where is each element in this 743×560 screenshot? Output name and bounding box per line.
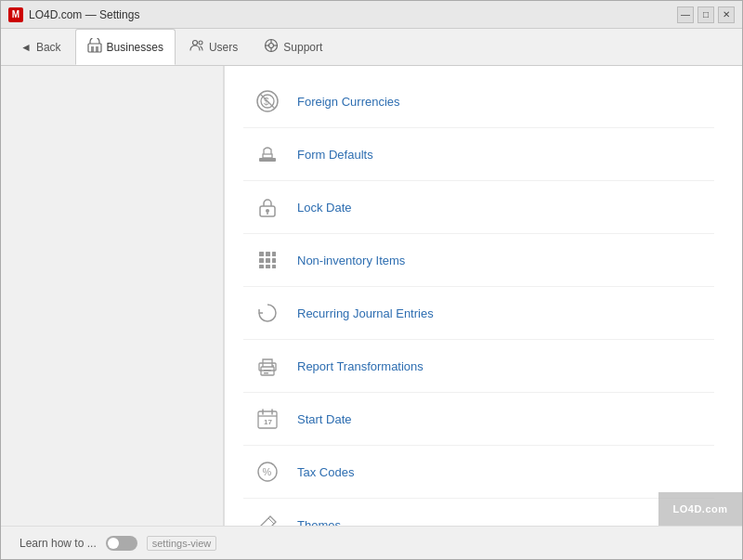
learn-label: Learn how to ... <box>20 537 97 550</box>
main-content: $ Foreign Currencies <box>1 66 742 526</box>
percent-icon: % <box>253 457 282 487</box>
form-defaults-label[interactable]: Form Defaults <box>297 148 373 162</box>
svg-rect-1 <box>91 46 94 52</box>
svg-rect-21 <box>272 252 276 256</box>
svg-point-32 <box>272 365 274 367</box>
lock-date-label[interactable]: Lock Date <box>297 201 352 215</box>
lock-icon <box>253 192 282 222</box>
support-icon <box>264 38 279 56</box>
settings-list: $ Foreign Currencies <box>225 66 742 526</box>
svg-text:%: % <box>263 466 272 477</box>
svg-rect-23 <box>266 258 270 263</box>
svg-point-17 <box>266 209 269 213</box>
brush-icon <box>253 510 282 526</box>
currency-icon: $ <box>253 86 282 116</box>
sidebar <box>1 66 224 526</box>
maximize-button[interactable]: □ <box>697 7 714 23</box>
settings-panel: $ Foreign Currencies <box>224 66 742 526</box>
tab-support[interactable]: Support <box>252 29 334 65</box>
back-button[interactable]: ◄ Back <box>8 29 73 65</box>
settings-item-tax-codes[interactable]: % Tax Codes <box>243 446 714 499</box>
settings-item-report-transformations[interactable]: Report Transformations <box>243 340 714 393</box>
tab-users[interactable]: Users <box>177 29 250 65</box>
settings-item-non-inventory[interactable]: Non-inventory Items <box>243 234 714 287</box>
businesses-tab-label: Businesses <box>107 41 163 54</box>
title-bar-left: M LO4D.com — Settings <box>8 7 139 22</box>
window-controls: — □ ✕ <box>677 7 735 23</box>
users-icon <box>189 38 204 56</box>
start-date-label[interactable]: Start Date <box>297 412 352 426</box>
minimize-button[interactable]: — <box>677 7 694 23</box>
support-tab-label: Support <box>283 41 322 54</box>
svg-rect-20 <box>266 252 270 256</box>
tab-businesses[interactable]: Businesses <box>75 29 176 65</box>
close-button[interactable]: ✕ <box>718 7 735 23</box>
settings-item-themes[interactable]: Themes <box>243 499 714 526</box>
svg-rect-26 <box>266 265 270 268</box>
svg-rect-15 <box>263 154 272 158</box>
businesses-icon <box>87 38 102 56</box>
settings-item-form-defaults[interactable]: Form Defaults <box>243 128 714 181</box>
foreign-currencies-label[interactable]: Foreign Currencies <box>297 95 400 109</box>
learn-toggle[interactable] <box>106 536 137 551</box>
svg-rect-0 <box>88 44 101 52</box>
themes-label[interactable]: Themes <box>297 518 341 527</box>
settings-view-label: settings-view <box>147 536 217 551</box>
svg-rect-24 <box>272 258 276 263</box>
svg-point-6 <box>269 44 274 48</box>
title-bar: M LO4D.com — Settings — □ ✕ <box>1 1 742 29</box>
svg-rect-27 <box>272 265 276 268</box>
calendar-icon: 17 <box>253 404 282 434</box>
svg-rect-22 <box>259 258 264 263</box>
stamp-icon <box>253 139 282 169</box>
svg-rect-30 <box>264 370 271 371</box>
svg-point-3 <box>192 41 197 46</box>
app-window: M LO4D.com — Settings — □ ✕ ◄ Back <box>0 0 743 560</box>
window-title: LO4D.com — Settings <box>29 8 139 21</box>
print-icon <box>253 351 282 381</box>
nav-bar: ◄ Back Businesses <box>1 29 742 66</box>
back-arrow-icon: ◄ <box>20 41 32 54</box>
bottom-bar: Learn how to ... settings-view <box>1 526 742 559</box>
toggle-knob <box>108 538 119 549</box>
back-label: Back <box>36 41 61 54</box>
svg-rect-31 <box>264 372 268 374</box>
svg-rect-25 <box>259 265 264 268</box>
settings-item-start-date[interactable]: 17 Start Date <box>243 393 714 446</box>
watermark-text: LO4D.com <box>672 503 727 514</box>
app-icon: M <box>8 7 23 22</box>
report-transformations-label[interactable]: Report Transformations <box>297 359 424 373</box>
svg-rect-2 <box>96 46 98 52</box>
recurring-icon <box>253 298 282 328</box>
tax-codes-label[interactable]: Tax Codes <box>297 465 354 479</box>
grid-icon <box>253 245 282 275</box>
svg-rect-19 <box>259 252 264 256</box>
svg-point-4 <box>199 41 202 45</box>
recurring-journal-label[interactable]: Recurring Journal Entries <box>297 306 434 320</box>
watermark: LO4D.com <box>658 492 742 526</box>
settings-item-recurring-journal[interactable]: Recurring Journal Entries <box>243 287 714 340</box>
settings-item-lock-date[interactable]: Lock Date <box>243 181 714 234</box>
non-inventory-label[interactable]: Non-inventory Items <box>297 254 405 267</box>
settings-item-foreign-currencies[interactable]: $ Foreign Currencies <box>243 75 714 128</box>
users-tab-label: Users <box>209 41 238 54</box>
svg-text:17: 17 <box>264 418 272 426</box>
